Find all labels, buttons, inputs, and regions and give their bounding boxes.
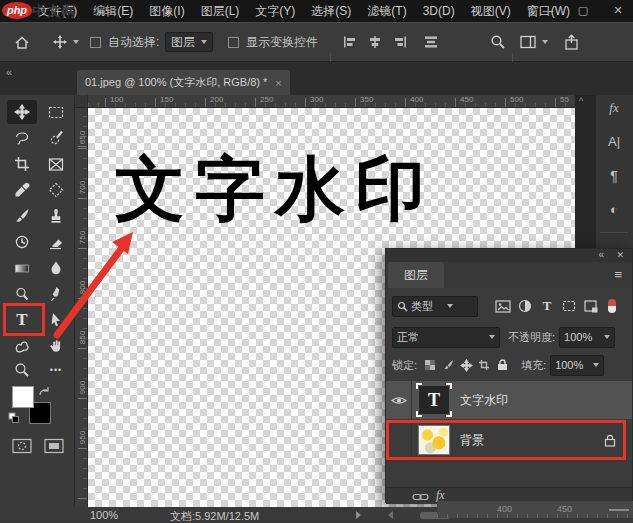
link-layers-icon[interactable] <box>412 492 429 502</box>
screen-mode-icon[interactable] <box>44 438 64 458</box>
watermark-site-name: 中文网 <box>32 3 77 21</box>
document-tab-close-icon[interactable]: × <box>275 77 281 89</box>
character-panel-icon[interactable]: A| <box>595 134 633 149</box>
frame-tool[interactable] <box>41 152 71 176</box>
menu-bar: 文件(F)编辑(E)图像(I)图层(L)文字(Y)选择(S)滤镜(T)3D(D)… <box>30 0 578 22</box>
fill-dropdown[interactable]: 100% <box>550 355 604 376</box>
layer-row-text[interactable]: T 文字水印 <box>386 381 632 419</box>
align-center-icon[interactable] <box>368 23 382 61</box>
distribute-icon[interactable] <box>423 23 439 61</box>
collapse-panels-icon[interactable]: « <box>6 66 12 78</box>
search-icon[interactable] <box>490 23 506 61</box>
document-size-info: 文档:5.92M/12.5M <box>170 509 259 523</box>
effects-panel-icon[interactable]: fx <box>595 100 633 116</box>
chevron-down-icon <box>542 40 548 44</box>
show-transform-checkbox[interactable] <box>228 23 239 61</box>
foreground-color-swatch[interactable] <box>12 386 34 408</box>
chevron-down-icon <box>593 363 599 367</box>
visibility-toggle[interactable] <box>386 381 412 419</box>
status-arrow-icon[interactable] <box>356 511 361 519</box>
home-icon[interactable] <box>14 23 30 61</box>
lock-artboard-icon[interactable] <box>475 356 493 374</box>
workspace-switcher-icon[interactable] <box>520 23 548 61</box>
menu-3d[interactable]: 3D(D) <box>415 0 463 22</box>
paragraph-panel-icon[interactable]: ¶ <box>595 168 633 184</box>
eye-icon <box>391 395 407 406</box>
maximize-button[interactable]: ▢ <box>568 0 598 20</box>
layers-tab[interactable]: 图层 <box>388 262 444 288</box>
rectangular-marquee-tool[interactable] <box>41 100 71 124</box>
eyedropper-tool[interactable] <box>7 178 37 202</box>
chevron-down-icon <box>201 40 207 44</box>
ruler-tick-label: 55 <box>560 95 569 104</box>
filter-smart-objects-icon[interactable] <box>580 297 602 315</box>
lock-all-icon[interactable] <box>493 356 511 374</box>
menu-edit[interactable]: 编辑(E) <box>85 0 141 22</box>
filter-adjustment-layers-icon[interactable] <box>514 297 536 315</box>
zoom-level[interactable]: 100% <box>90 509 118 521</box>
filter-shape-layers-icon[interactable] <box>558 297 580 315</box>
annotation-box-type-tool <box>3 303 45 336</box>
lasso-tool[interactable] <box>7 126 37 150</box>
swap-colors-icon[interactable] <box>38 384 51 402</box>
lock-pixels-icon[interactable] <box>439 356 457 374</box>
divider <box>600 232 628 233</box>
filter-toggle-switch[interactable] <box>608 299 616 313</box>
menu-image[interactable]: 图像(I) <box>141 0 192 22</box>
history-brush-tool[interactable] <box>7 230 37 254</box>
default-colors-icon[interactable] <box>8 410 20 428</box>
panel-menu-icon[interactable]: ≡ <box>614 267 622 282</box>
lock-transparency-icon[interactable] <box>421 356 439 374</box>
close-button[interactable]: ✕ <box>603 0 633 20</box>
align-left-icon[interactable] <box>343 23 357 61</box>
ruler-tick-label: 450 <box>460 95 473 104</box>
title-bar: 文件(F)编辑(E)图像(I)图层(L)文字(Y)选择(S)滤镜(T)3D(D)… <box>0 0 633 22</box>
ruler-tick-label: 200 <box>210 95 223 104</box>
brush-tool[interactable] <box>7 204 37 228</box>
ruler-corner[interactable] <box>75 95 88 108</box>
opacity-dropdown[interactable]: 100% <box>559 327 615 348</box>
adjustments-panel-icon[interactable]: ◐ <box>595 202 633 217</box>
auto-select-dropdown[interactable]: 图层 <box>165 23 213 61</box>
menu-layer[interactable]: 图层(L) <box>193 0 248 22</box>
lock-position-icon[interactable] <box>457 356 475 374</box>
crop-tool[interactable] <box>7 152 37 176</box>
panel-close-icon[interactable]: ✕ <box>616 250 624 260</box>
document-tab-row: « 01.jpeg @ 100% (文字水印, RGB/8) * × <box>0 62 633 95</box>
scroll-left-icon[interactable] <box>388 511 393 519</box>
ruler-tick-label: 100 <box>110 95 123 104</box>
auto-select-checkbox[interactable] <box>90 23 101 61</box>
layer-thumbnail-text[interactable]: T <box>418 385 450 415</box>
zoom-tool[interactable] <box>7 358 37 382</box>
menu-view[interactable]: 视图(V) <box>463 0 519 22</box>
menu-filter[interactable]: 滤镜(T) <box>359 0 414 22</box>
layers-panel-header: « ✕ <box>386 249 632 263</box>
fill-label: 填充: <box>521 358 546 373</box>
panel-collapse-icon[interactable]: « <box>598 249 604 260</box>
minimize-button[interactable]: — <box>533 0 563 20</box>
ruler-tick-label: 950 <box>78 425 87 451</box>
patch-tool[interactable] <box>41 178 71 202</box>
move-tool-preset-icon[interactable] <box>52 23 79 61</box>
layer-filter-dropdown[interactable]: 类型 <box>392 296 478 317</box>
gradient-tool[interactable] <box>7 256 37 280</box>
share-icon[interactable] <box>563 23 580 61</box>
filter-pixel-layers-icon[interactable] <box>492 297 514 315</box>
move-tool[interactable] <box>7 100 37 124</box>
ruler-tick-label: 500 <box>510 95 523 104</box>
menu-type[interactable]: 文字(Y) <box>247 0 303 22</box>
custom-shape-tool[interactable] <box>7 334 37 358</box>
align-right-icon[interactable] <box>393 23 407 61</box>
scroll-up-icon[interactable]: ^ <box>579 96 583 106</box>
document-tab[interactable]: 01.jpeg @ 100% (文字水印, RGB/8) * × <box>77 70 290 95</box>
quick-selection-tool[interactable] <box>41 126 71 150</box>
annotation-arrow <box>40 225 145 350</box>
ruler-tick-label: 400 <box>410 95 423 104</box>
more-tools-icon[interactable]: ••• <box>41 358 71 382</box>
quick-mask-icon[interactable] <box>12 438 32 458</box>
blend-mode-dropdown[interactable]: 正常 <box>392 327 500 348</box>
lock-label: 锁定: <box>392 358 417 373</box>
filter-type-layers-icon[interactable]: T <box>536 297 558 315</box>
menu-select[interactable]: 选择(S) <box>303 0 359 22</box>
chevron-down-icon <box>447 304 453 308</box>
